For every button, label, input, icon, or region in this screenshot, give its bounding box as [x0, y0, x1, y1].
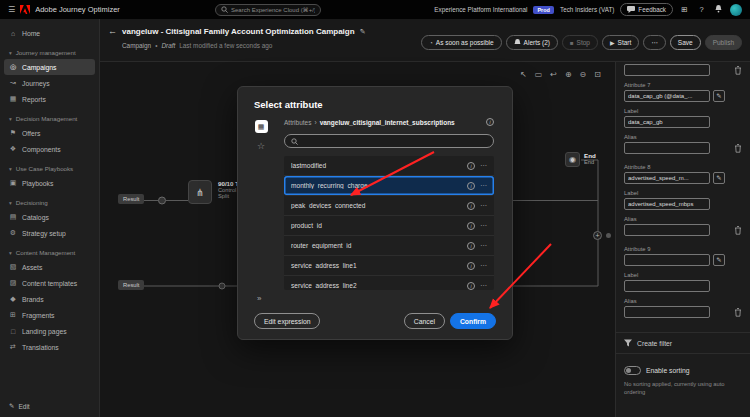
sidebar-item-campaigns[interactable]: ◎Campaigns	[4, 59, 95, 75]
trash-icon[interactable]	[734, 226, 742, 235]
hamburger-menu-icon[interactable]: ☰	[8, 5, 15, 14]
more-icon[interactable]: ⋯	[480, 182, 487, 190]
more-icon: ⋯	[651, 39, 658, 47]
sidebar-item-home[interactable]: ⌂Home	[4, 25, 95, 41]
result-node[interactable]: Result	[118, 280, 144, 290]
more-icon[interactable]: ⋯	[480, 162, 487, 170]
favorites-star-icon[interactable]: ☆	[257, 141, 265, 151]
trash-icon[interactable]	[734, 308, 742, 317]
trash-icon[interactable]	[734, 66, 742, 75]
info-icon[interactable]: i	[467, 222, 475, 230]
more-icon[interactable]: ⋯	[480, 262, 487, 270]
search-icon	[291, 138, 298, 145]
attribute-row[interactable]: product_idi⋯	[284, 216, 494, 236]
result-node[interactable]: Result	[118, 194, 144, 204]
end-node[interactable]: ◉ End End	[565, 152, 596, 167]
sidebar-item-translations[interactable]: ⇄Translations	[4, 339, 95, 355]
marquee-tool-icon[interactable]: ▭	[535, 70, 543, 79]
sandbox-switcher[interactable]: Tech Insiders (VAT)	[560, 6, 614, 13]
more-icon[interactable]: ⋯	[480, 242, 487, 250]
sidebar-item-fragments[interactable]: ⊞Fragments	[4, 307, 95, 323]
schedule-button[interactable]: ◔As soon as possible	[421, 35, 501, 50]
sidebar-item-playbooks[interactable]: ▣Playbooks	[4, 175, 95, 191]
global-search[interactable]	[215, 4, 321, 16]
cancel-button[interactable]: Cancel	[404, 313, 445, 329]
attribute-search[interactable]	[284, 134, 494, 148]
sidebar-item-offers[interactable]: ⚑Offers	[4, 125, 95, 141]
sidebar-item-brands[interactable]: ◆Brands	[4, 291, 95, 307]
add-node-button[interactable]: +	[593, 231, 602, 240]
create-filter-button[interactable]: Create filter	[616, 332, 750, 354]
start-button[interactable]: ▶Start	[602, 35, 639, 50]
alerts-button[interactable]: Alerts (2)	[506, 35, 558, 50]
label-field[interactable]	[624, 116, 710, 128]
bell-icon[interactable]	[713, 5, 724, 15]
org-switcher[interactable]: Experience Platform International	[434, 6, 527, 13]
alias-field[interactable]	[624, 224, 710, 236]
sidebar-item-content-templates[interactable]: ▨Content templates	[4, 275, 95, 291]
edit-pins-button[interactable]: ✎Edit	[4, 399, 95, 413]
trash-icon[interactable]	[734, 144, 742, 153]
more-icon[interactable]: ⋯	[480, 222, 487, 230]
info-icon[interactable]: i	[467, 162, 475, 170]
breadcrumb-root[interactable]: Attributes	[284, 119, 311, 126]
attribute-row-selected[interactable]: monthly_recurring_chargei⋯	[284, 176, 494, 196]
info-icon[interactable]: i	[467, 182, 475, 190]
more-icon[interactable]: ⋯	[480, 282, 487, 290]
sidebar-item-assets[interactable]: ▧Assets	[4, 259, 95, 275]
avatar[interactable]	[730, 4, 742, 16]
collapse-rail-icon[interactable]: »	[257, 294, 261, 303]
label-field[interactable]	[624, 198, 710, 210]
alias-field[interactable]	[624, 64, 710, 76]
attribute-picker-icon[interactable]: ✎	[713, 172, 725, 184]
edit-title-icon[interactable]: ✎	[360, 28, 366, 36]
sidebar-section-decision-management[interactable]: ▾Decision Management	[4, 112, 95, 125]
sidebar-section-decisioning[interactable]: ▾Decisioning	[4, 196, 95, 209]
sidebar-section-journey-management[interactable]: ▾Journey management	[4, 46, 95, 59]
sidebar-item-catalogs[interactable]: ▤Catalogs	[4, 209, 95, 225]
attribute-value-field[interactable]	[624, 172, 710, 184]
sidebar-item-reports[interactable]: ▦Reports	[4, 91, 95, 107]
sidebar-item-strategy-setup[interactable]: ⚙Strategy setup	[4, 225, 95, 241]
pointer-tool-icon[interactable]: ↖	[520, 70, 527, 79]
sidebar-item-components[interactable]: ❖Components	[4, 141, 95, 157]
info-icon[interactable]: i	[467, 202, 475, 210]
attribute-picker-icon[interactable]: ✎	[713, 254, 725, 266]
attribute-row[interactable]: router_equipment_idi⋯	[284, 236, 494, 256]
sidebar-item-journeys[interactable]: ↝Journeys	[4, 75, 95, 91]
save-button[interactable]: Save	[670, 35, 701, 50]
zoom-out-icon[interactable]: ⊖	[580, 70, 587, 79]
attribute-search-input[interactable]	[302, 138, 487, 145]
more-actions-button[interactable]: ⋯	[643, 35, 666, 50]
attribute-row[interactable]: service_address_line2i⋯	[284, 276, 494, 290]
fit-to-screen-icon[interactable]: ⊡	[594, 70, 601, 79]
attribute-value-field[interactable]	[624, 90, 710, 102]
edit-expression-button[interactable]: Edit expression	[254, 313, 320, 329]
attribute-row[interactable]: peak_devices_connectedi⋯	[284, 196, 494, 216]
help-icon[interactable]: ?	[696, 5, 707, 14]
sidebar-item-landing-pages[interactable]: □Landing pages	[4, 323, 95, 339]
alias-field[interactable]	[624, 306, 710, 318]
undo-icon[interactable]: ↩	[550, 70, 557, 79]
zoom-in-icon[interactable]: ⊕	[565, 70, 572, 79]
info-icon[interactable]: i	[467, 262, 475, 270]
confirm-button[interactable]: Confirm	[450, 313, 496, 329]
attribute-row[interactable]: service_address_line1i⋯	[284, 256, 494, 276]
info-icon[interactable]: i	[486, 118, 494, 126]
more-icon[interactable]: ⋯	[480, 202, 487, 210]
apps-icon[interactable]: ⊞	[679, 5, 690, 14]
label-field[interactable]	[624, 280, 710, 292]
sidebar-section-content-management[interactable]: ▾Content Management	[4, 246, 95, 259]
sidebar-section-use-case-playbooks[interactable]: ▾Use Case Playbooks	[4, 162, 95, 175]
attribute-picker-icon[interactable]: ✎	[713, 90, 725, 102]
alias-field[interactable]	[624, 142, 710, 154]
back-arrow-icon[interactable]: ←	[108, 26, 117, 36]
feedback-button[interactable]: Feedback	[620, 3, 673, 16]
info-icon[interactable]: i	[467, 282, 475, 290]
attribute-row[interactable]: lastmodifiedi⋯	[284, 156, 494, 176]
global-search-input[interactable]	[231, 7, 315, 13]
info-icon[interactable]: i	[467, 242, 475, 250]
attribute-value-field[interactable]	[624, 254, 710, 266]
enable-sorting-toggle[interactable]	[624, 366, 641, 375]
attributes-tab-icon[interactable]: ▦	[255, 120, 268, 133]
